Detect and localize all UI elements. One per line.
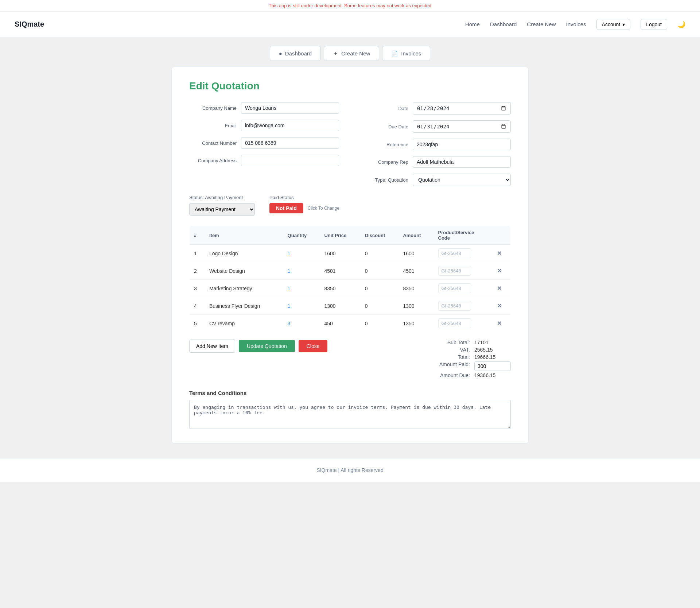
nav-dashboard[interactable]: Dashboard: [490, 21, 517, 27]
qty-link[interactable]: 3: [288, 321, 291, 326]
invoices-icon: 📄: [391, 50, 398, 57]
row-num: 4: [190, 297, 205, 315]
product-code-input[interactable]: [438, 283, 471, 293]
address-input[interactable]: [241, 155, 339, 166]
row-amount: 1300: [398, 297, 433, 315]
footer-text: SIQmate | All rights Reserved: [316, 467, 383, 473]
remove-row-button[interactable]: ✕: [497, 285, 502, 292]
account-button[interactable]: Account ▾: [596, 19, 631, 30]
form-section: Company Name Email Contact Number Compan…: [189, 102, 511, 186]
qty-link[interactable]: 1: [288, 268, 291, 274]
amount-paid-row: Amount Paid:: [433, 361, 511, 371]
product-code-input[interactable]: [438, 248, 471, 258]
due-date-input[interactable]: [413, 120, 511, 133]
company-rep-input[interactable]: [413, 156, 511, 168]
tab-invoices[interactable]: 📄 Invoices: [382, 46, 430, 61]
not-paid-badge[interactable]: Not Paid: [269, 203, 303, 213]
add-new-item-button[interactable]: Add New Item: [189, 340, 235, 353]
nav-home[interactable]: Home: [465, 21, 480, 27]
reference-input[interactable]: [413, 139, 511, 150]
contact-group: Contact Number: [189, 137, 339, 149]
type-select[interactable]: Quotation Invoice: [413, 174, 511, 186]
contact-input[interactable]: [241, 137, 339, 149]
company-name-group: Company Name: [189, 102, 339, 114]
vat-value: 2565.15: [474, 347, 511, 353]
remove-row-button[interactable]: ✕: [497, 267, 502, 274]
btn-group: Add New Item Update Quotation Close: [189, 340, 327, 353]
update-quotation-button[interactable]: Update Quotation: [239, 340, 295, 352]
nav-links: Home Dashboard Create New Invoices Accou…: [465, 19, 685, 30]
tab-dashboard[interactable]: ● Dashboard: [270, 46, 321, 61]
dashboard-icon: ●: [279, 50, 282, 57]
row-num: 3: [190, 280, 205, 297]
contact-label: Contact Number: [189, 140, 237, 146]
status-section: Status: Awaiting Payment Awaiting Paymen…: [189, 195, 511, 216]
qty-link[interactable]: 1: [288, 251, 291, 256]
col-item: Item: [205, 226, 283, 245]
remove-row-button[interactable]: ✕: [497, 302, 502, 309]
status-select[interactable]: Awaiting Payment Paid Overdue: [189, 203, 255, 216]
product-code-input[interactable]: [438, 318, 471, 328]
terms-textarea[interactable]: By engaging in transactions with us, you…: [189, 400, 511, 429]
nav-invoices[interactable]: Invoices: [566, 21, 586, 27]
table-row: 1 Logo Design 1 1600 0 1600 ✕: [190, 245, 511, 262]
dark-mode-icon[interactable]: 🌙: [677, 20, 685, 28]
sub-total-label: Sub Total:: [433, 340, 470, 345]
row-amount: 1600: [398, 245, 433, 262]
qty-link[interactable]: 1: [288, 286, 291, 291]
paid-status-label: Paid Status: [269, 195, 339, 200]
vat-row: VAT: 2565.15: [433, 347, 511, 353]
status-group: Status: Awaiting Payment Awaiting Paymen…: [189, 195, 255, 216]
col-remove: [493, 226, 510, 245]
qty-link[interactable]: 1: [288, 303, 291, 309]
click-to-change-text[interactable]: Click To Change: [308, 206, 339, 211]
product-code-input[interactable]: [438, 266, 471, 276]
remove-row-button[interactable]: ✕: [497, 250, 502, 257]
email-input[interactable]: [241, 120, 339, 131]
due-date-group: Due Date: [361, 120, 511, 133]
tab-bar: ● Dashboard ＋ Create New 📄 Invoices: [0, 37, 700, 67]
main-card: Edit Quotation Company Name Email Contac…: [171, 67, 529, 444]
brand: SIQmate: [15, 20, 44, 28]
row-discount: 0: [361, 315, 399, 332]
row-item: Marketing Strategy: [205, 280, 283, 297]
table-row: 5 CV revamp 3 450 0 1350 ✕: [190, 315, 511, 332]
table-row: 4 Business Flyer Design 1 1300 0 1300 ✕: [190, 297, 511, 315]
row-item: CV revamp: [205, 315, 283, 332]
date-input[interactable]: [413, 102, 511, 115]
company-rep-label: Company Rep: [361, 159, 408, 165]
date-group: Date: [361, 102, 511, 115]
page-title: Edit Quotation: [189, 80, 511, 92]
logout-button[interactable]: Logout: [641, 19, 667, 30]
type-label: Type: Quotation: [361, 177, 408, 183]
tab-create-new[interactable]: ＋ Create New: [324, 46, 379, 61]
terms-title: Terms and Conditions: [189, 390, 511, 396]
items-tbody: 1 Logo Design 1 1600 0 1600 ✕ 2 Website …: [190, 245, 511, 332]
row-code: [434, 262, 493, 280]
row-discount: 0: [361, 297, 399, 315]
row-unit-price: 1300: [320, 297, 360, 315]
row-num: 2: [190, 262, 205, 280]
reference-label: Reference: [361, 142, 408, 147]
paid-status-group: Paid Status Not Paid Click To Change: [269, 195, 339, 213]
remove-row-button[interactable]: ✕: [497, 320, 502, 327]
due-date-label: Due Date: [361, 124, 408, 129]
form-right: Date Due Date Reference Company Rep Type…: [361, 102, 511, 186]
row-amount: 1350: [398, 315, 433, 332]
row-amount: 4501: [398, 262, 433, 280]
company-name-input[interactable]: [241, 102, 339, 114]
company-name-label: Company Name: [189, 105, 237, 111]
nav-create-new[interactable]: Create New: [527, 21, 556, 27]
product-code-input[interactable]: [438, 301, 471, 311]
row-num: 1: [190, 245, 205, 262]
reference-group: Reference: [361, 139, 511, 150]
row-discount: 0: [361, 245, 399, 262]
total-row: Total: 19666.15: [433, 354, 511, 360]
close-button[interactable]: Close: [299, 340, 328, 352]
total-value: 19666.15: [474, 354, 511, 360]
row-remove: ✕: [493, 280, 510, 297]
amount-paid-input[interactable]: [474, 361, 511, 371]
amount-due-row: Amount Due: 19366.15: [433, 372, 511, 378]
table-row: 3 Marketing Strategy 1 8350 0 8350 ✕: [190, 280, 511, 297]
plus-icon: ＋: [333, 50, 338, 57]
